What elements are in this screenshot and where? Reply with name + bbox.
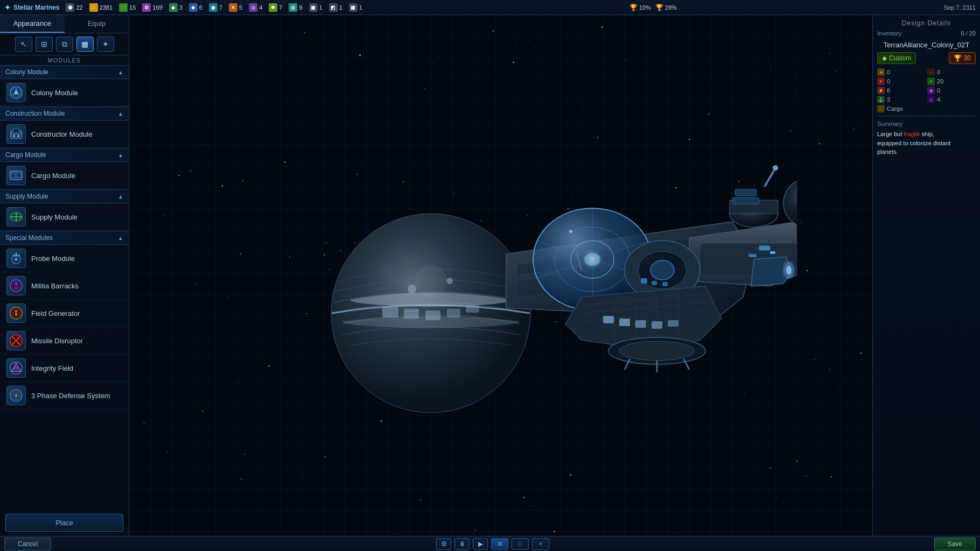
tool-modules[interactable]: ▦ [76,37,94,52]
supply-arrow: ▲ [118,194,123,200]
svg-rect-90 [404,309,419,319]
r10-icon: ▩ [349,3,358,12]
colony-module-name: Colony Module [31,89,78,97]
svg-point-41 [15,394,17,397]
integrity-field-icon [6,358,26,378]
svg-rect-86 [735,189,757,196]
list-item[interactable]: Missile Disruptor [0,327,129,355]
field-generator-name: Field Generator [31,309,80,317]
svg-point-63 [773,165,778,171]
view-single-button[interactable]: □ [512,538,529,550]
summary-text-fragile: fragile [904,131,920,137]
tool-star[interactable]: ✦ [97,37,114,52]
level-value: 30 [964,54,971,62]
stat-energy-icon: ⚡ [877,87,885,94]
tab-equip[interactable]: Equip [65,15,129,33]
svg-rect-91 [425,310,440,320]
gold-value: 2381 [100,4,113,11]
r4-icon: ✕ [229,3,237,12]
summary-section: Summary Large but fragile ship,equipped … [877,116,976,157]
stat-heart-icon: ♥ [877,77,885,85]
r9-value: 1 [339,4,342,11]
category-colony[interactable]: Colony Module ▲ [0,65,129,79]
inventory-row: Inventory 0 / 20 [877,30,976,37]
stat-cross-icon: + [927,77,935,85]
trophy2-icon: 🏆 [655,4,663,11]
panel-tabs: Appearance Equip [0,15,129,33]
svg-point-8 [17,135,19,137]
play-button[interactable]: ▶ [473,538,488,550]
tool-row: ↖ ⊞ ⧉ ▦ ✦ [0,33,129,55]
category-cargo[interactable]: Cargo Module ▲ [0,148,129,162]
resource-food: 🌿 15 [119,3,136,12]
custom-tag: ◆ Custom [877,52,916,64]
custom-badge: ◆ Custom 🏆 30 [877,52,976,64]
svg-rect-93 [466,305,479,313]
list-item[interactable]: Constructor Module [0,121,129,148]
resource-r9: ◩ 1 [329,3,342,12]
category-construction[interactable]: Construction Module ▲ [0,107,129,121]
ship-name: TerranAlliance_Colony_02T [877,41,976,49]
r7-value: 9 [299,4,302,11]
stat-hp-val: 0 [887,78,890,84]
missile-disruptor-icon [6,331,26,350]
settings-button[interactable]: ⚙ [436,538,451,550]
field-generator-icon [6,303,26,323]
list-item[interactable]: Probe Module [0,245,129,272]
r7-icon: ◎ [289,3,297,12]
cargo-module-name: Cargo Module [31,172,75,180]
view-list-button[interactable]: ≡ [532,538,549,550]
pause-button[interactable]: ⏸ [454,538,470,550]
svg-point-82 [569,230,572,233]
svg-rect-73 [635,320,646,328]
tool-layers[interactable]: ⧉ [56,37,73,52]
cancel-button[interactable]: Cancel [4,538,51,550]
stat-repair-val: 20 [937,78,943,84]
list-item[interactable]: Field Generator [0,300,129,327]
resource-r6: ❋ 7 [269,3,282,12]
special-arrow: ▲ [118,235,123,241]
tool-cursor[interactable]: ↖ [15,37,32,52]
svg-point-94 [582,249,603,270]
gold-icon: 🔶 [89,3,98,12]
probe-module-icon [6,249,26,268]
stat-arrow-icon: → [927,68,935,76]
bottom-controls: ⚙ ⏸ ▶ ⊞ □ ≡ [436,538,549,550]
stat-box-icon: □ [877,105,885,112]
list-item[interactable]: 3 Phase Defense System [0,382,129,409]
tab-appearance[interactable]: Appearance [0,15,65,33]
right-panel: Design Details Inventory 0 / 20 TerranAl… [872,15,980,536]
svg-rect-72 [619,319,630,326]
resource-r7: ◎ 9 [289,3,302,12]
svg-point-67 [650,260,674,280]
svg-rect-69 [652,281,657,285]
list-item[interactable]: Militia Barracks [0,272,129,300]
view-grid-button[interactable]: ⊞ [491,538,508,550]
list-item[interactable]: Colony Module [0,79,129,107]
resource-r5: ◇ 4 [249,3,262,12]
r6-icon: ❋ [269,3,277,12]
resource-r3: ◉ 7 [209,3,222,12]
category-supply[interactable]: Supply Module ▲ [0,189,129,203]
colony-module-icon [6,83,26,102]
stat-att2-val: 0 [937,69,940,75]
level-tag: 🏆 30 [949,52,976,64]
save-button[interactable]: Save [934,538,976,550]
stat-shield-icon: ◆ [927,87,935,94]
missile-disruptor-name: Missile Disruptor [31,337,83,345]
prod-value: 169 [152,4,162,11]
list-item[interactable]: Integrity Field [0,355,129,382]
stat-att1-val: 0 [887,69,890,75]
stat-att2: → 0 [927,68,976,76]
list-item[interactable]: Cargo Module [0,162,129,189]
category-special[interactable]: Special Modules ▲ [0,231,129,245]
place-button[interactable]: Place [5,514,123,532]
tool-grid[interactable]: ⊞ [36,37,53,52]
list-item[interactable]: Supply Module [0,203,129,231]
stat-def2-val: 4 [937,96,940,103]
svg-point-87 [408,285,416,293]
topbar: ✦ Stellar Marines ⌚ 22 🔶 2381 🌿 15 ⚙ 169… [0,0,980,15]
svg-point-37 [14,366,18,370]
stat-def2: ◇ 4 [927,96,976,103]
summary-text-large: Large but [877,131,904,137]
